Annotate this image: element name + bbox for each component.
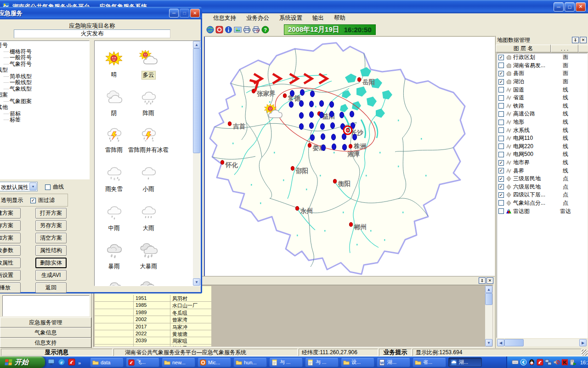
raindrop-icon[interactable] xyxy=(309,111,313,117)
layer-checkbox[interactable] xyxy=(498,200,504,206)
menu-item-2[interactable]: 系统设置 xyxy=(274,13,307,23)
print-icon[interactable] xyxy=(243,26,251,34)
raindrop-icon[interactable] xyxy=(352,134,356,140)
column-header-layer-name[interactable]: 图 层 名 xyxy=(496,45,551,52)
table-row[interactable]: 1989冬瓜咀 xyxy=(95,309,211,316)
keyboard-icon[interactable] xyxy=(512,359,519,366)
layer-checkbox[interactable] xyxy=(498,208,504,214)
weather-symbol-大雨[interactable]: 大雨 xyxy=(125,204,171,232)
city-dot-郴州[interactable] xyxy=(349,223,352,227)
menu-item-3[interactable]: 输出 xyxy=(307,13,329,23)
dialog-button-加方案[interactable]: 加方案 xyxy=(0,233,21,243)
sidebar-item-info-support[interactable]: 信息支持 xyxy=(0,338,91,348)
curve-checkbox[interactable] xyxy=(45,184,51,190)
collapse-icon[interactable] xyxy=(520,359,527,366)
taskbar-button-6[interactable]: 与 ... xyxy=(305,357,339,367)
layer-checkbox[interactable] xyxy=(498,136,504,141)
raindrop-icon[interactable] xyxy=(329,101,334,107)
raindrop-icon[interactable] xyxy=(309,101,313,107)
symbols-vertical-scrollbar[interactable]: ▲ ▼ xyxy=(193,41,200,286)
raindrop-icon[interactable] xyxy=(299,112,303,118)
layer-row-行政区划[interactable]: ✓行政区划面 xyxy=(497,53,587,62)
symbol-type-tree[interactable]: 符号栅格符号一般符号气象符号线型简单线型一般线型气象线型图案气象图案其他箭标标签 xyxy=(0,40,90,179)
scroll-up-icon[interactable]: ▲ xyxy=(193,41,200,48)
layer-row-地形[interactable]: 地形线 xyxy=(497,118,587,126)
scrollbar-thumb[interactable] xyxy=(485,293,492,305)
raindrop-icon[interactable] xyxy=(331,134,335,140)
tree-node-1-2[interactable]: 气象线型 xyxy=(0,86,89,92)
layer-row-省道[interactable]: 省道线 xyxy=(497,94,587,102)
weather-symbol-partial-1[interactable] xyxy=(125,280,171,286)
info-icon[interactable] xyxy=(225,26,232,34)
table-row[interactable]: 2002曾家湾 xyxy=(95,316,211,323)
dialog-button-另存方案[interactable]: 另存方案 xyxy=(35,220,67,231)
raindrop-icon[interactable] xyxy=(309,122,313,128)
layer-checkbox[interactable] xyxy=(498,63,504,68)
raindrop-icon[interactable] xyxy=(339,112,344,118)
close-icon[interactable]: ✕ xyxy=(580,37,587,43)
layer-checkbox[interactable] xyxy=(498,103,504,109)
layer-checkbox[interactable] xyxy=(498,120,504,125)
layer-checkbox[interactable] xyxy=(498,111,504,117)
table-row[interactable]: 2022黄坡塘 xyxy=(95,330,211,337)
dialog-button-清空方案[interactable]: 清空方案 xyxy=(35,233,67,243)
desktop-icon[interactable] xyxy=(48,358,55,367)
scroll-down-icon[interactable]: ▼ xyxy=(193,278,200,286)
city-dot-邵阳[interactable] xyxy=(291,167,294,171)
mute-icon[interactable] xyxy=(553,359,560,366)
maximize-icon[interactable]: □ xyxy=(180,9,189,17)
raindrop-icon[interactable] xyxy=(332,144,336,150)
raindrop-icon[interactable] xyxy=(321,144,325,150)
menu-item-4[interactable]: 帮助 xyxy=(329,13,351,23)
taskbar-button-8[interactable]: W湖... xyxy=(377,357,410,367)
dialog-titlebar[interactable]: 应急服务 ─ □ ✕ xyxy=(0,7,202,19)
sidebar-item-emergency-service[interactable]: 应急服务管理 xyxy=(0,317,91,328)
taskbar-button-10[interactable]: 湖... xyxy=(448,357,482,367)
raindrop-icon[interactable] xyxy=(290,90,294,96)
city-dot-常德[interactable] xyxy=(283,94,286,98)
qq-icon[interactable] xyxy=(528,359,535,366)
layer-checkbox[interactable]: ✓ xyxy=(498,168,504,173)
layers-horizontal-scrollbar[interactable]: ◀ ▶ xyxy=(497,339,587,346)
dialog-button-改参数[interactable]: 改参数 xyxy=(0,245,21,256)
network-icon[interactable] xyxy=(545,359,552,366)
weather-symbol-多云[interactable]: 多云 xyxy=(125,50,171,80)
layer-row-湖泊[interactable]: ✓湖泊面 xyxy=(497,78,587,86)
dialog-button-打开方案[interactable]: 打开方案 xyxy=(35,208,67,218)
layer-row-电网110[interactable]: 电网110线 xyxy=(497,134,587,143)
scroll-right-icon[interactable]: ▶ xyxy=(579,339,587,346)
print-preview-icon[interactable] xyxy=(252,26,260,34)
layer-checkbox[interactable] xyxy=(498,95,504,101)
raindrop-icon[interactable] xyxy=(342,144,346,150)
table-row[interactable]: 长塘子 xyxy=(95,345,211,346)
scrollbar-thumb[interactable] xyxy=(504,339,524,346)
scrollbar-thumb[interactable] xyxy=(193,48,200,153)
layer-row-铁路[interactable]: 铁路线 xyxy=(497,102,587,110)
column-header-extra[interactable] xyxy=(578,45,588,52)
pin-icon[interactable] xyxy=(479,277,486,284)
weather-symbol-阵雨[interactable]: 阵雨 xyxy=(125,89,171,117)
layer-row-地市界[interactable]: ✓地市界线 xyxy=(497,159,587,167)
layer-checkbox[interactable]: ✓ xyxy=(498,71,504,76)
layer-row-三级居民地[interactable]: ✓三级居民地点 xyxy=(497,175,587,183)
start-button[interactable]: 开始 xyxy=(0,356,45,368)
layer-row-水系线[interactable]: 水系线线 xyxy=(497,126,587,134)
raindrop-icon[interactable] xyxy=(299,100,303,106)
taskbar-button-7[interactable]: 设... xyxy=(341,357,374,367)
close-icon[interactable]: ✕ xyxy=(486,277,493,284)
layer-checkbox[interactable]: ✓ xyxy=(498,184,504,190)
taskbar-button-4[interactable]: hun... xyxy=(233,357,267,367)
layer-row-气象站点分...[interactable]: 气象站点分...点 xyxy=(497,199,587,207)
maximize-icon[interactable]: □ xyxy=(565,2,575,12)
tree-node-2-0[interactable]: 气象图案 xyxy=(0,98,89,105)
taskbar-button-9[interactable]: 省... xyxy=(413,357,446,367)
dialog-button-改属性[interactable]: 改属性 xyxy=(0,258,21,268)
tree-node-3-1[interactable]: 标签 xyxy=(0,117,89,123)
column-header-type[interactable]: . . . xyxy=(551,45,578,52)
minimize-icon[interactable]: ─ xyxy=(554,2,564,12)
layer-checkbox[interactable]: ✓ xyxy=(498,55,504,60)
table-row[interactable]: 2017马家冲 xyxy=(95,323,211,330)
dialog-button-生成AVI[interactable]: 生成AVI xyxy=(35,270,67,281)
globe-icon[interactable] xyxy=(206,26,214,34)
layer-row-高速公路[interactable]: 高速公路线 xyxy=(497,110,587,118)
